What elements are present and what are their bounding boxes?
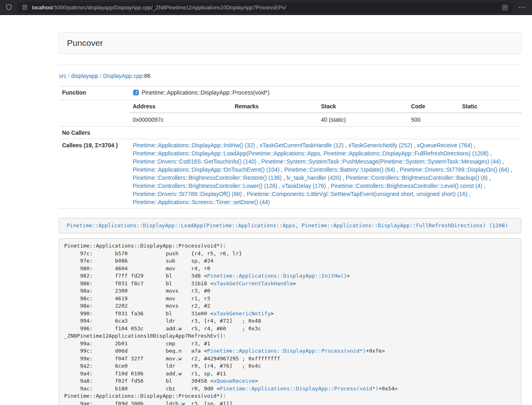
- function-name: Pinetime::Applications::DisplayApp::Proc…: [142, 89, 269, 96]
- callee-link[interactable]: Pinetime::Controllers::Battery::Update()…: [284, 166, 395, 173]
- shield-icon[interactable]: [5, 3, 13, 11]
- callee-link[interactable]: vTaskDelay (176): [282, 183, 326, 189]
- page-icon[interactable]: [21, 4, 28, 11]
- column-header: Remarks: [231, 100, 318, 113]
- snippet-header: Pinetime::Applications::DisplayApp::Load…: [59, 218, 521, 233]
- callee-link[interactable]: xTaskGenericNotify (252): [348, 142, 412, 149]
- page-body: Puncover src / displayapp / DisplayApp.c…: [0, 32, 532, 405]
- callee-link[interactable]: Pinetime::Controllers::BrightnessControl…: [133, 183, 277, 189]
- function-cell: f Pinetime::Applications::DisplayApp::Pr…: [129, 86, 521, 100]
- callee-link[interactable]: Pinetime::Applications::DisplayApp::OnTo…: [133, 166, 280, 173]
- column-header: Stack: [318, 100, 408, 113]
- function-icon: f: [133, 89, 139, 98]
- callee-link[interactable]: Pinetime::Components::LittleVgl::SetNewT…: [247, 191, 467, 197]
- column-header: Address: [129, 100, 231, 113]
- callers-row: No Callers: [59, 127, 521, 139]
- asm-symbol-link[interactable]: xTaskGetCurrentTaskHandle: [213, 280, 293, 287]
- breadcrumb-separator: /: [67, 73, 71, 79]
- content-container: Puncover src / displayapp / DisplayApp.c…: [59, 32, 521, 405]
- callee-link[interactable]: xQueueReceive (764): [417, 142, 472, 149]
- divider: [59, 65, 521, 65]
- function-label: Function: [59, 86, 129, 100]
- detail-value: 40 (static): [318, 113, 408, 126]
- detail-cell: AddressRemarksStackCodeStatic 0x0000097c…: [129, 100, 521, 127]
- asm-symbol-link[interactable]: Pinetime::Applications::DisplayApp::Init…: [207, 273, 347, 279]
- detail-value: [459, 113, 521, 126]
- detail-value-row: 0x0000097c40 (static)500: [129, 113, 521, 126]
- callee-link[interactable]: Pinetime::System::SystemTask::PushMessag…: [261, 158, 501, 165]
- callee-link[interactable]: Pinetime::Drivers::St7789::DisplayOn() (…: [400, 166, 509, 173]
- callee-link[interactable]: xTaskGetCurrentTaskHandle (12): [260, 142, 344, 149]
- callers-cell: [129, 127, 521, 139]
- disassembly-pre: Pinetime::Applications::DisplayApp::Proc…: [59, 238, 521, 405]
- detail-table: AddressRemarksStackCodeStatic 0x0000097c…: [129, 100, 521, 126]
- callee-link[interactable]: Pinetime::Applications::DisplayApp::Init…: [133, 142, 255, 149]
- callee-link[interactable]: Pinetime::Controllers::BrightnessControl…: [331, 183, 482, 189]
- breadcrumb-separator: /: [98, 73, 103, 79]
- reader-view-icon[interactable]: [501, 4, 509, 11]
- callee-link[interactable]: Pinetime::Applications::Screens::Timer::…: [133, 199, 270, 205]
- breadcrumb-link[interactable]: DisplayApp.cpp: [103, 73, 142, 79]
- detail-value: 500: [408, 113, 459, 126]
- url-bar[interactable]: localhost:5000/path/src/displayapp/Displ…: [17, 2, 513, 13]
- page-title: Puncover: [67, 38, 513, 48]
- callee-link[interactable]: Pinetime::Applications::DisplayApp::Load…: [133, 150, 489, 157]
- no-callers-label: No Callers: [59, 127, 129, 139]
- detail-value: 0x0000097c: [129, 113, 231, 126]
- callee-link[interactable]: Pinetime::Controllers::BrightnessControl…: [346, 174, 487, 181]
- asm-symbol-link[interactable]: xTaskGenericNotify: [213, 310, 271, 317]
- breadcrumb-line-number: :86: [142, 73, 150, 79]
- app-header-panel: Puncover: [59, 32, 521, 54]
- callees-cell: Pinetime::Applications::DisplayApp::Init…: [129, 139, 521, 209]
- asm-symbol-link[interactable]: Pinetime::Applications::DisplayApp::Proc…: [220, 386, 379, 392]
- detail-row: AddressRemarksStackCodeStatic 0x0000097c…: [59, 100, 521, 127]
- browser-chrome: localhost:5000/path/src/displayapp/Displ…: [0, 0, 532, 15]
- breadcrumb: src / displayapp / DisplayApp.cpp:86: [59, 72, 521, 80]
- callees-row: Callees (19, Σ=3704 ) Pinetime::Applicat…: [59, 139, 521, 209]
- snippet-symbol-link[interactable]: Pinetime::Applications::DisplayApp::Load…: [67, 222, 508, 228]
- callee-link[interactable]: Pinetime::Drivers::Cst816S::GetTouchInfo…: [133, 158, 256, 165]
- breadcrumb-link[interactable]: displayapp: [71, 73, 98, 79]
- column-header: Static: [459, 100, 521, 113]
- callee-link[interactable]: lv_task_handler (420): [286, 174, 341, 181]
- breadcrumb-link[interactable]: src: [59, 73, 67, 79]
- detail-header-row: AddressRemarksStackCodeStatic: [129, 100, 521, 113]
- callee-link[interactable]: Pinetime::Controllers::BrightnessControl…: [133, 174, 282, 181]
- detail-value: [231, 113, 318, 126]
- function-row: Function f Pinetime::Applications::Displ…: [59, 86, 521, 100]
- url-text: localhost:5000/path/src/displayapp/Displ…: [32, 4, 498, 11]
- url-host: localhost: [32, 4, 53, 11]
- callee-link[interactable]: Pinetime::Drivers::St7789::DisplayOff() …: [133, 191, 242, 197]
- callees-label: Callees (19, Σ=3704 ): [59, 139, 129, 209]
- overflow-menu-icon[interactable]: ⋯: [517, 4, 527, 11]
- column-header: Code: [408, 100, 459, 113]
- asm-symbol-link[interactable]: xQueueReceive: [213, 378, 255, 384]
- symbol-table: Function f Pinetime::Applications::Displ…: [59, 86, 521, 209]
- asm-symbol-link[interactable]: Pinetime::Applications::DisplayApp::Proc…: [207, 348, 366, 354]
- detail-label-spacer: [59, 100, 129, 127]
- url-path: :5000/path/src/displayapp/DisplayApp.cpp…: [53, 4, 286, 11]
